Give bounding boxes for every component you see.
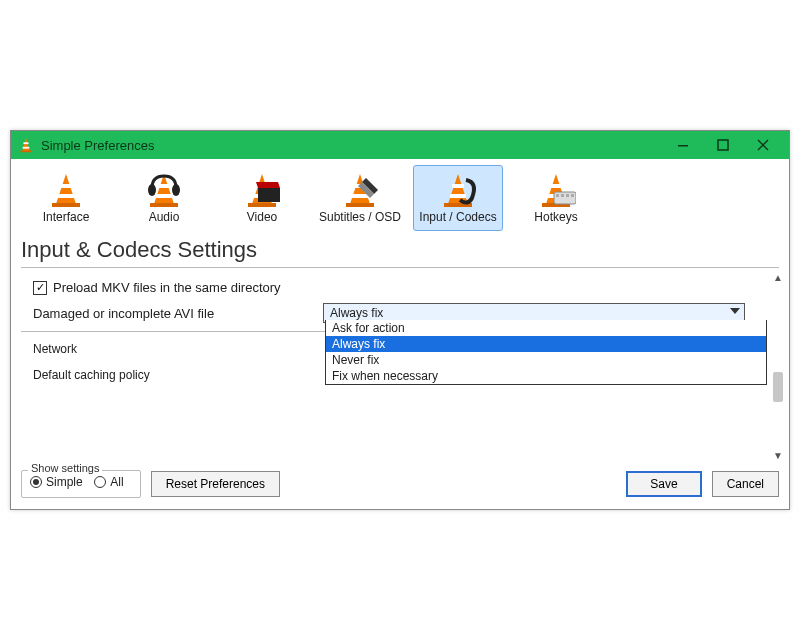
svg-rect-5 [718, 140, 728, 150]
footer: Show settings Simple All Reset Preferenc… [11, 465, 789, 509]
svg-rect-1 [23, 142, 28, 144]
minimize-button[interactable] [663, 131, 703, 159]
cone-film-icon [434, 170, 482, 210]
cancel-button[interactable]: Cancel [712, 471, 779, 497]
svg-rect-9 [60, 184, 72, 188]
cone-keyboard-icon [532, 170, 580, 210]
svg-marker-0 [22, 138, 29, 152]
avi-option-when-necessary[interactable]: Fix when necessary [326, 368, 766, 384]
svg-rect-4 [678, 145, 688, 147]
maximize-button[interactable] [703, 131, 743, 159]
svg-rect-15 [150, 203, 178, 207]
cone-headphones-icon [140, 170, 188, 210]
avi-dropdown: Ask for action Always fix Never fix Fix … [325, 320, 767, 385]
preload-mkv-label: Preload MKV files in the same directory [53, 280, 281, 295]
svg-rect-38 [554, 192, 576, 204]
radio-all-label: All [110, 475, 123, 489]
tab-hotkeys[interactable]: Hotkeys [511, 165, 601, 231]
svg-rect-31 [452, 184, 464, 188]
radio-icon [94, 476, 106, 488]
window-title: Simple Preferences [41, 138, 663, 153]
category-tabs: Interface Audio Video Subtitles / OSD [11, 159, 789, 235]
scroll-up-icon: ▲ [773, 272, 783, 283]
svg-point-17 [172, 184, 180, 196]
radio-icon [30, 476, 42, 488]
svg-rect-3 [21, 150, 32, 152]
svg-rect-26 [352, 194, 368, 198]
svg-rect-14 [156, 194, 172, 198]
cone-icon [42, 170, 90, 210]
radio-simple[interactable]: Simple [30, 475, 83, 489]
svg-rect-27 [346, 203, 374, 207]
svg-rect-11 [52, 203, 80, 207]
tab-label: Audio [149, 210, 180, 224]
chevron-down-icon [730, 308, 740, 314]
maximize-icon [717, 139, 729, 151]
tab-label: Video [247, 210, 277, 224]
svg-marker-8 [56, 174, 76, 204]
scroll-thumb[interactable] [773, 372, 783, 402]
svg-rect-42 [571, 194, 574, 197]
vertical-scrollbar[interactable]: ▲ ▼ [769, 268, 787, 465]
page-heading: Input & Codecs Settings [11, 235, 789, 267]
svg-rect-32 [450, 194, 466, 198]
tab-audio[interactable]: Audio [119, 165, 209, 231]
avi-select-value: Always fix [330, 306, 383, 320]
tab-video[interactable]: Video [217, 165, 307, 231]
svg-rect-2 [23, 147, 30, 149]
close-button[interactable] [743, 131, 783, 159]
avi-option-ask[interactable]: Ask for action [326, 320, 766, 336]
cone-clapper-icon [238, 170, 286, 210]
svg-point-16 [148, 184, 156, 196]
svg-marker-30 [448, 174, 468, 204]
svg-rect-21 [248, 203, 276, 207]
vlc-cone-icon [17, 136, 35, 154]
save-button[interactable]: Save [626, 471, 701, 497]
svg-rect-39 [556, 194, 559, 197]
cone-pen-icon [336, 170, 384, 210]
show-settings-group: Show settings Simple All [21, 470, 141, 498]
svg-rect-22 [258, 188, 280, 202]
preload-mkv-checkbox[interactable]: ✓ [33, 281, 47, 295]
reset-preferences-button[interactable]: Reset Preferences [151, 471, 280, 497]
preload-mkv-row: ✓ Preload MKV files in the same director… [21, 276, 757, 299]
close-icon [757, 139, 769, 151]
avi-label: Damaged or incomplete AVI file [33, 306, 323, 321]
minimize-icon [677, 139, 689, 151]
titlebar: Simple Preferences [11, 131, 789, 159]
preferences-window: Simple Preferences Interface [10, 130, 790, 510]
radio-all[interactable]: All [94, 475, 123, 489]
radio-simple-label: Simple [46, 475, 83, 489]
scroll-down-icon: ▼ [773, 450, 783, 461]
tab-input-codecs[interactable]: Input / Codecs [413, 165, 503, 231]
svg-rect-13 [158, 184, 170, 188]
tab-interface[interactable]: Interface [21, 165, 111, 231]
show-settings-legend: Show settings [28, 462, 102, 474]
tab-label: Input / Codecs [419, 210, 496, 224]
tab-label: Hotkeys [534, 210, 577, 224]
avi-option-always[interactable]: Always fix [326, 336, 766, 352]
svg-rect-10 [58, 194, 74, 198]
tab-label: Interface [43, 210, 90, 224]
svg-rect-40 [561, 194, 564, 197]
tab-subtitles[interactable]: Subtitles / OSD [315, 165, 405, 231]
avi-option-never[interactable]: Never fix [326, 352, 766, 368]
svg-rect-41 [566, 194, 569, 197]
tab-label: Subtitles / OSD [319, 210, 401, 224]
svg-marker-23 [256, 182, 280, 188]
svg-rect-35 [550, 184, 562, 188]
